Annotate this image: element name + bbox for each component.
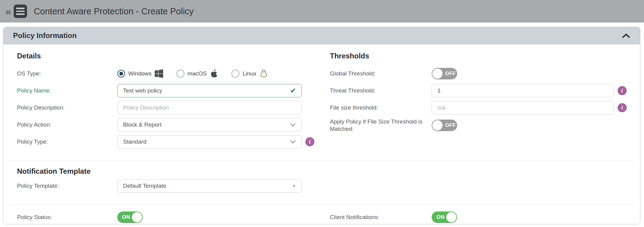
policy-template-dropdown[interactable]: Default Template ▼ [117,179,302,193]
threat-threshold-input[interactable] [432,84,614,97]
toggle-knob [446,212,457,222]
toggle-state-label: ON [122,211,130,223]
policy-type-value: Standard [123,138,146,145]
policy-template-value: Default Template [123,183,166,189]
collapse-sidebar-icon[interactable]: « [5,6,11,16]
policy-description-label: Policy Description: [17,104,117,111]
toggle-state-label: ON [437,211,445,223]
policy-template-label: Policy Template: [17,182,117,190]
os-type-radio-group: Windows macOS [117,69,268,78]
toggle-knob [132,212,142,222]
menu-list-icon[interactable] [14,5,27,18]
policy-status-row: Policy Status: ON [17,211,321,224]
policy-name-row: Policy Name: ✔ [17,84,321,97]
windows-logo-icon [155,69,163,78]
policy-action-value: Block & Report [123,121,162,128]
os-radio-windows[interactable]: Windows [117,69,163,78]
thresholds-heading: Thresholds [330,52,632,60]
details-heading: Details [17,52,321,60]
radio-unselected-icon [176,70,184,78]
toggle-state-label: OFF [445,68,456,79]
os-option-label: Windows [128,70,152,77]
file-size-threshold-label: File size threshold: [330,104,432,111]
linux-tux-icon [259,69,268,78]
policy-information-header[interactable]: Policy Information [3,27,640,44]
file-size-threshold-info-icon[interactable]: i [618,103,627,112]
policy-type-label: Policy Type: [17,138,117,145]
chevron-down-icon [290,123,296,127]
policy-information-panel: Policy Information Details OS Type: Wind… [3,27,640,224]
policy-type-row: Policy Type: Standard i [17,135,321,148]
os-radio-macos[interactable]: macOS [176,69,218,78]
menu-bar [16,8,25,9]
apply-policy-toggle[interactable]: OFF [432,120,457,131]
client-notifications-row: Client Notifications: ON [330,211,632,224]
threat-threshold-row: Threat Threshold: i [330,84,632,97]
menu-bar [16,11,25,12]
apple-logo-icon [210,69,218,78]
apply-policy-label: Apply Policy if File Size Threshold is M… [330,118,432,133]
radio-selected-icon [117,70,125,78]
policy-action-label: Policy Action: [17,121,117,128]
file-size-threshold-row: File size threshold: i [330,101,632,114]
os-option-label: macOS [187,70,207,77]
policy-action-select[interactable]: Block & Report [117,118,302,131]
policy-action-row: Policy Action: Block & Report [17,118,321,131]
panel-title: Policy Information [13,31,77,40]
os-option-label: Linux [242,70,256,77]
global-threshold-row: Global Threshold: OFF [330,67,632,80]
dropdown-triangle-icon: ▼ [292,184,296,188]
global-threshold-label: Global Threshold: [330,70,432,77]
menu-bar [16,13,25,15]
section-divider [9,204,635,204]
threat-threshold-label: Threat Threshold: [330,87,432,94]
threat-threshold-info-icon[interactable]: i [618,86,627,95]
radio-unselected-icon [231,70,239,78]
policy-name-input[interactable] [117,84,302,97]
policy-description-input[interactable] [117,101,302,114]
notification-template-heading: Notification Template [17,167,321,176]
os-radio-linux[interactable]: Linux [231,69,268,78]
top-header-bar: « Content Aware Protection - Create Poli… [0,0,644,23]
policy-type-select[interactable]: Standard [117,135,302,148]
toggle-knob [432,120,443,131]
toggle-knob [432,68,443,79]
collapse-chevron-up-icon[interactable] [622,33,630,38]
chevron-down-icon [290,140,296,144]
policy-template-row: Policy Template: Default Template ▼ [17,179,321,193]
global-threshold-toggle[interactable]: OFF [432,68,457,79]
policy-status-toggle[interactable]: ON [117,211,143,223]
page-title: Content Aware Protection - Create Policy [34,6,194,16]
policy-name-label: Policy Name: [17,87,117,94]
panel-body: Details OS Type: Windows [3,44,640,224]
apply-policy-row: Apply Policy if File Size Threshold is M… [330,118,632,133]
client-notifications-label: Client Notifications: [330,214,432,221]
policy-status-label: Policy Status: [17,214,117,221]
client-notifications-toggle[interactable]: ON [432,211,457,223]
toggle-state-label: OFF [445,120,456,131]
policy-type-info-icon[interactable]: i [305,137,314,146]
policy-description-row: Policy Description: [17,101,321,114]
os-type-label: OS Type: [17,70,117,77]
os-type-row: OS Type: Windows macOS [17,67,321,80]
file-size-threshold-input[interactable] [432,101,614,114]
